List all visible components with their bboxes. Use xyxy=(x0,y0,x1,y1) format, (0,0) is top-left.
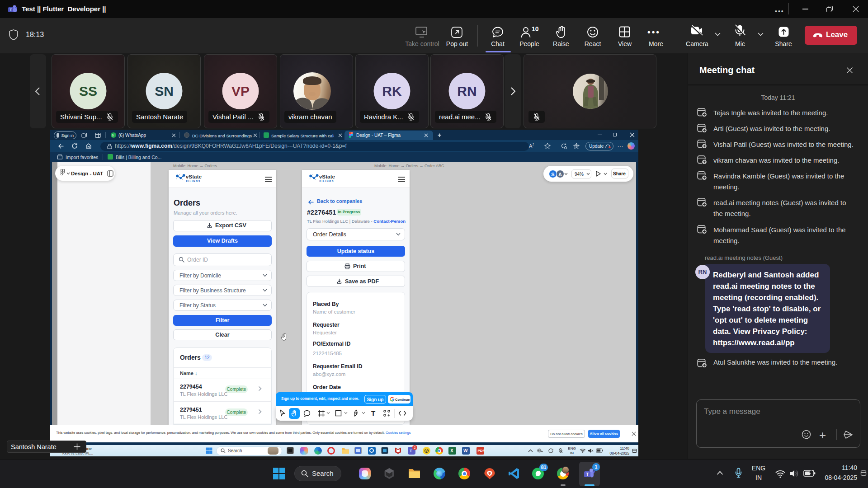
svg-text:vState: vState xyxy=(319,174,335,179)
svg-text:FILINGS: FILINGS xyxy=(320,180,334,183)
svg-text:T: T xyxy=(586,472,589,477)
svg-text:vState: vState xyxy=(186,174,202,179)
svg-text:T: T xyxy=(9,8,12,12)
svg-text:FILINGS: FILINGS xyxy=(186,180,201,183)
